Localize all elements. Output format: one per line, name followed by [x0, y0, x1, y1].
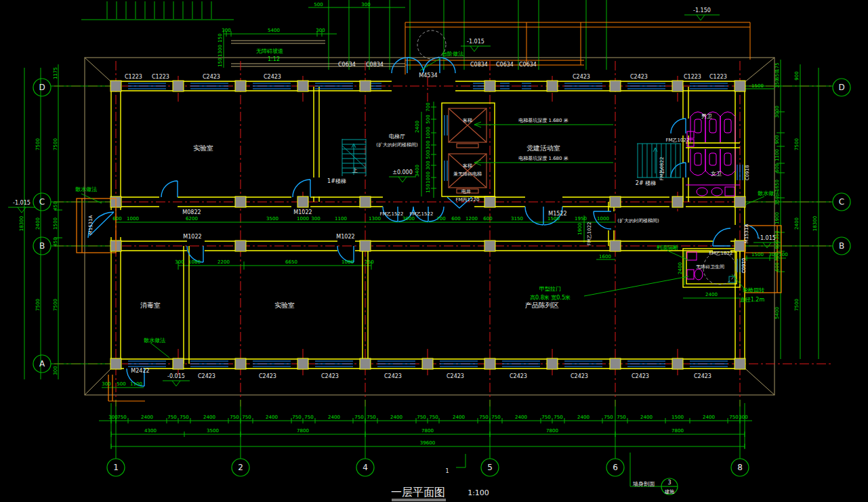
dim: 750: [429, 415, 438, 420]
room-elev-hall-note: (扩大的封闭楼梯间): [376, 142, 418, 148]
dim: 700: [436, 216, 445, 222]
dim: 100: [779, 252, 787, 257]
dim: 300: [311, 216, 320, 222]
elev-car2: 客梯: [463, 163, 472, 169]
dim: 2400: [141, 415, 153, 420]
dim: 300: [768, 252, 777, 257]
wheelchair-dia: 直径1.2m: [740, 297, 765, 303]
door-code: FM丙1220: [456, 197, 480, 203]
windows-glass: [128, 83, 743, 367]
dim: 3000: [774, 106, 780, 118]
grid-row-d: D: [39, 83, 45, 92]
dim: 2400: [35, 217, 41, 230]
dim: 4300: [144, 428, 157, 434]
dim: 300: [426, 161, 431, 169]
dim: 300: [53, 366, 58, 375]
dim: 1500: [751, 83, 764, 89]
apron-note: 散水做法: [75, 186, 97, 192]
door-code: M0822: [182, 209, 201, 215]
dim-total: 18300: [812, 216, 818, 231]
door-code: FM乙1022: [709, 251, 733, 256]
dim: 1500: [53, 217, 58, 230]
dim: 300: [108, 415, 117, 420]
dim: 7500: [794, 299, 800, 311]
window-code: C0634: [338, 62, 356, 68]
dim: 7800: [671, 428, 684, 434]
dim: 750: [180, 415, 188, 420]
dim: 350: [774, 79, 780, 87]
dim: 900: [794, 71, 800, 80]
dim: 7800: [421, 428, 434, 434]
room-stair2: 2# 楼梯: [636, 180, 656, 186]
entrance-canopy: [405, 22, 750, 75]
dim: 2400: [577, 415, 590, 420]
dim: 2400: [390, 415, 402, 420]
window-code: C2423: [694, 373, 711, 379]
dim: 150: [426, 184, 431, 192]
dim: 1080: [188, 259, 201, 265]
door-code: M1022: [293, 209, 312, 215]
window-code: C0834: [470, 62, 488, 68]
dim: 2400: [703, 415, 715, 420]
elev-car1: 客梯: [463, 118, 472, 123]
stair1-up: 上: [352, 167, 358, 173]
dim: 1650: [774, 180, 780, 192]
dim: 600: [774, 262, 780, 271]
dim: 750: [417, 415, 426, 420]
window-code: C1223: [152, 74, 169, 80]
room-display: 产品陈列区: [525, 301, 559, 309]
dim: 175: [774, 62, 780, 71]
dim: 1100: [774, 149, 780, 161]
door-code: M1531A: [88, 215, 94, 234]
dim: 250: [365, 259, 373, 265]
cad-canvas[interactable]: 1 2 4 5 6 8 D C B A D C B 实验室 电梯厅 (扩大的封闭…: [0, 0, 868, 502]
wheelchair-note: 轮椅回转: [743, 287, 764, 293]
dim: 3500: [266, 216, 278, 222]
window-code: C2423: [198, 373, 215, 379]
floor-plan-drawing: 1 2 4 5 6 8 D C B A D C B 实验室 电梯厅 (扩大的封闭…: [0, 0, 868, 502]
dim: 1080: [342, 259, 354, 265]
room-female-wc: 女卫: [711, 171, 722, 177]
window-code: C2423: [573, 74, 590, 80]
dim: 750: [242, 415, 251, 420]
dim: 5400: [268, 28, 280, 33]
room-lab-upper: 实验室: [193, 144, 213, 152]
dim: 1175: [53, 67, 58, 79]
grid-row-b-right: B: [839, 241, 844, 251]
dim: 2400: [453, 415, 465, 420]
dim: 1950: [575, 216, 587, 222]
door-code: FM乙1022: [587, 222, 592, 246]
drawing-title: 一层平面图: [391, 486, 445, 499]
dim: 900: [774, 240, 780, 249]
dim: 750: [617, 415, 625, 420]
window-code: C0634: [519, 62, 537, 68]
door-code: M1022: [183, 234, 201, 240]
dim: 500: [426, 150, 431, 159]
room-stair1: 1#楼梯: [327, 178, 346, 184]
room-party: 党建活动室: [526, 144, 560, 152]
dim: 1200: [466, 216, 478, 222]
room-clean: 消毒室: [140, 301, 161, 309]
step-note: 台阶做法: [442, 51, 463, 57]
dim: 3500: [207, 428, 219, 434]
level-value: -1.015: [758, 235, 776, 241]
level-value: -1.015: [467, 39, 484, 45]
dim: 300: [175, 259, 184, 265]
window-code: C1223: [684, 74, 701, 80]
dim: 750: [167, 415, 176, 420]
window-code: C2423: [630, 74, 648, 80]
callout-label: 墙身剖面: [632, 481, 655, 487]
dim: 300: [361, 2, 370, 7]
drawing-scale: 1:100: [468, 488, 489, 497]
dim: 700: [426, 102, 431, 111]
dim: 750: [729, 415, 738, 420]
dim: 450: [53, 201, 58, 210]
section-mark: 1: [445, 468, 449, 474]
dim: 750: [491, 415, 500, 420]
dim: 300: [426, 140, 431, 149]
window-code: C0910: [741, 258, 747, 274]
dim: 1000: [297, 216, 309, 222]
dim: 2400: [203, 415, 215, 420]
dim: 1300: [218, 45, 223, 57]
dim: 500: [426, 114, 431, 123]
